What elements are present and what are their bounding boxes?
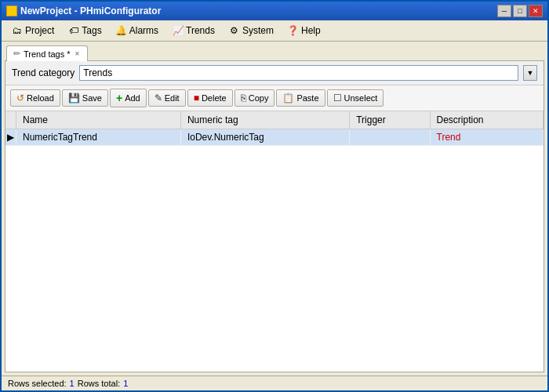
edit-button[interactable]: ✎ Edit [148,89,186,107]
status-selected-label: Rows selected: [8,379,67,388]
app-icon [6,5,17,16]
menu-tags[interactable]: 🏷 Tags [61,22,108,39]
reload-label: Reload [27,93,54,103]
menu-project[interactable]: 🗂 Project [5,22,61,39]
table-body: ▶ NumericTagTrend IoDev.NumericTag Trend [5,129,544,146]
copy-label: Copy [249,93,269,103]
menu-system[interactable]: ⚙ System [222,22,281,39]
add-label: Add [125,93,140,103]
menu-trends[interactable]: 📈 Trends [165,22,222,39]
edit-label: Edit [165,93,180,103]
paste-button[interactable]: 📋 Paste [276,89,325,107]
system-icon: ⚙ [229,25,240,36]
cell-name: NumericTagTrend [16,129,181,146]
unselect-label: Unselect [344,93,378,103]
tab-close-button[interactable]: × [74,49,82,58]
menu-tags-label: Tags [82,25,101,36]
cell-numeric-tag: IoDev.NumericTag [180,129,349,146]
reload-button[interactable]: ↺ Reload [10,89,60,107]
paste-icon: 📋 [282,93,294,103]
cell-trigger [350,129,430,146]
menu-project-label: Project [25,25,54,36]
paste-label: Paste [296,93,318,103]
menu-help-label: Help [301,25,321,36]
data-table: Name Numeric tag Trigger Description ▶ N… [5,111,544,146]
window-title: NewProject - PHmiConfigurator [20,5,161,16]
category-bar: Trend category ▼ [5,61,544,85]
category-label: Trend category [12,67,75,78]
add-button[interactable]: + Add [110,89,147,107]
col-trigger: Trigger [350,111,430,129]
window-controls: ─ □ ✕ [497,5,543,17]
col-numeric-tag: Numeric tag [180,111,349,129]
tab-trend-tags[interactable]: ✏ Trend tags * × [6,45,88,61]
unselect-button[interactable]: ☐ Unselect [327,89,384,107]
status-total-value: 1 [123,379,128,388]
menu-alarms-label: Alarms [129,25,158,36]
save-label: Save [82,93,102,103]
delete-button[interactable]: ■ Delete [187,89,233,107]
main-window: NewProject - PHmiConfigurator ─ □ ✕ 🗂 Pr… [0,0,549,392]
tab-label: Trend tags * [24,49,71,59]
copy-icon: ⎘ [241,93,246,103]
maximize-button[interactable]: □ [513,5,527,17]
tab-pencil-icon: ✏ [13,49,20,59]
minimize-button[interactable]: ─ [497,5,511,17]
trends-icon: 📈 [173,25,184,36]
table-row[interactable]: ▶ NumericTagTrend IoDev.NumericTag Trend [5,129,544,146]
content-area: Trend category ▼ ↺ Reload 💾 Save + Add ✎ [5,60,544,372]
close-button[interactable]: ✕ [529,5,543,17]
dropdown-arrow-icon: ▼ [527,69,534,77]
title-bar: NewProject - PHmiConfigurator ─ □ ✕ [2,2,547,20]
data-table-container[interactable]: Name Numeric tag Trigger Description ▶ N… [5,111,544,372]
delete-icon: ■ [194,93,199,103]
tab-bar: ✏ Trend tags * × [2,42,547,60]
menu-help[interactable]: ❓ Help [281,22,328,39]
category-input[interactable] [79,65,518,81]
col-indicator [5,111,16,129]
menubar: 🗂 Project 🏷 Tags 🔔 Alarms 📈 Trends ⚙ Sys… [2,20,547,42]
status-bar: Rows selected: 1 Rows total: 1 [2,376,547,390]
toolbar: ↺ Reload 💾 Save + Add ✎ Edit ■ Delete ⎘ … [5,85,544,111]
help-icon: ❓ [288,25,299,36]
title-bar-text: NewProject - PHmiConfigurator [6,5,161,16]
menu-alarms[interactable]: 🔔 Alarms [109,22,165,39]
col-name: Name [16,111,181,129]
copy-button[interactable]: ⎘ Copy [235,89,275,107]
table-header: Name Numeric tag Trigger Description [5,111,544,129]
col-description: Description [430,111,543,129]
reload-icon: ↺ [16,93,24,103]
project-icon: 🗂 [12,25,23,36]
save-button[interactable]: 💾 Save [62,89,108,107]
status-total-label: Rows total: [78,379,120,388]
category-dropdown-button[interactable]: ▼ [523,65,537,81]
cell-description: Trend [430,129,543,146]
menu-trends-label: Trends [186,25,215,36]
save-icon: 💾 [68,93,80,103]
row-indicator: ▶ [5,129,16,146]
delete-label: Delete [202,93,227,103]
edit-icon: ✎ [155,93,162,103]
alarms-icon: 🔔 [116,25,127,36]
menu-system-label: System [242,25,274,36]
unselect-icon: ☐ [333,93,342,103]
tags-icon: 🏷 [68,25,79,36]
add-icon: + [116,92,122,104]
status-selected-value: 1 [70,379,75,388]
